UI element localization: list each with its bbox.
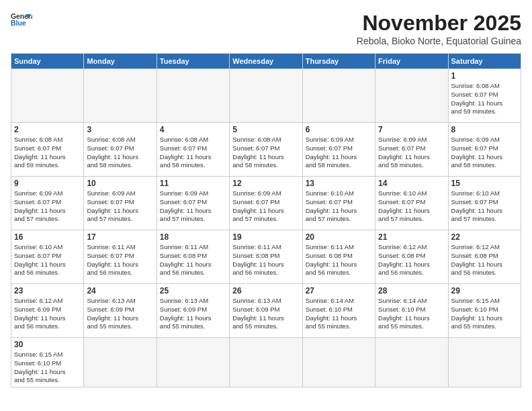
day-info: Sunrise: 6:09 AM Sunset: 6:07 PM Dayligh… — [160, 189, 226, 224]
calendar-cell: 29Sunrise: 6:15 AM Sunset: 6:10 PM Dayli… — [448, 284, 521, 338]
calendar-cell: 16Sunrise: 6:10 AM Sunset: 6:07 PM Dayli… — [11, 230, 84, 284]
day-number: 20 — [306, 232, 372, 242]
calendar-cell: 19Sunrise: 6:11 AM Sunset: 6:08 PM Dayli… — [230, 230, 302, 284]
calendar-cell: 25Sunrise: 6:13 AM Sunset: 6:09 PM Dayli… — [157, 284, 229, 338]
svg-text:Blue: Blue — [11, 19, 26, 27]
day-number: 22 — [451, 232, 518, 242]
calendar-cell: 3Sunrise: 6:08 AM Sunset: 6:07 PM Daylig… — [84, 123, 157, 177]
calendar-cell: 15Sunrise: 6:10 AM Sunset: 6:07 PM Dayli… — [448, 177, 521, 230]
calendar-cell: 21Sunrise: 6:12 AM Sunset: 6:08 PM Dayli… — [375, 230, 448, 284]
day-number: 7 — [378, 125, 445, 134]
day-info: Sunrise: 6:09 AM Sunset: 6:07 PM Dayligh… — [232, 189, 299, 224]
location-subtitle: Rebola, Bioko Norte, Equatorial Guinea — [357, 36, 521, 46]
day-number: 23 — [14, 286, 81, 295]
week-row-6: 30Sunrise: 6:15 AM Sunset: 6:10 PM Dayli… — [11, 338, 521, 387]
calendar-cell: 8Sunrise: 6:09 AM Sunset: 6:07 PM Daylig… — [448, 123, 521, 177]
weekday-header-saturday: Saturday — [448, 54, 521, 69]
day-info: Sunrise: 6:09 AM Sunset: 6:07 PM Dayligh… — [87, 189, 153, 224]
day-number: 10 — [87, 179, 153, 188]
calendar-cell — [375, 338, 448, 387]
calendar-cell — [84, 69, 157, 123]
day-info: Sunrise: 6:08 AM Sunset: 6:07 PM Dayligh… — [14, 136, 81, 170]
week-row-1: 1Sunrise: 6:08 AM Sunset: 6:07 PM Daylig… — [11, 69, 521, 123]
day-info: Sunrise: 6:09 AM Sunset: 6:07 PM Dayligh… — [378, 136, 445, 170]
calendar-cell: 6Sunrise: 6:09 AM Sunset: 6:07 PM Daylig… — [302, 123, 375, 177]
day-info: Sunrise: 6:10 AM Sunset: 6:07 PM Dayligh… — [306, 189, 372, 224]
day-info: Sunrise: 6:15 AM Sunset: 6:10 PM Dayligh… — [451, 297, 518, 331]
calendar-cell — [84, 338, 157, 387]
calendar-cell: 24Sunrise: 6:13 AM Sunset: 6:09 PM Dayli… — [84, 284, 157, 338]
week-row-2: 2Sunrise: 6:08 AM Sunset: 6:07 PM Daylig… — [11, 123, 521, 177]
calendar-cell: 1Sunrise: 6:08 AM Sunset: 6:07 PM Daylig… — [448, 69, 521, 123]
day-number: 3 — [87, 125, 153, 134]
day-number: 13 — [306, 179, 372, 188]
day-number: 11 — [160, 179, 226, 188]
day-info: Sunrise: 6:12 AM Sunset: 6:09 PM Dayligh… — [14, 297, 81, 331]
calendar-cell: 12Sunrise: 6:09 AM Sunset: 6:07 PM Dayli… — [230, 177, 302, 230]
day-info: Sunrise: 6:11 AM Sunset: 6:07 PM Dayligh… — [87, 243, 153, 277]
calendar-cell — [157, 69, 229, 123]
day-info: Sunrise: 6:08 AM Sunset: 6:07 PM Dayligh… — [232, 136, 299, 170]
day-info: Sunrise: 6:14 AM Sunset: 6:10 PM Dayligh… — [306, 297, 372, 331]
calendar-cell: 10Sunrise: 6:09 AM Sunset: 6:07 PM Dayli… — [84, 177, 157, 230]
weekday-header-row: SundayMondayTuesdayWednesdayThursdayFrid… — [11, 54, 521, 69]
weekday-header-friday: Friday — [375, 54, 448, 69]
day-info: Sunrise: 6:14 AM Sunset: 6:10 PM Dayligh… — [378, 297, 445, 331]
calendar-table: SundayMondayTuesdayWednesdayThursdayFrid… — [11, 53, 521, 387]
day-number: 8 — [451, 125, 518, 134]
calendar-cell: 13Sunrise: 6:10 AM Sunset: 6:07 PM Dayli… — [302, 177, 375, 230]
week-row-4: 16Sunrise: 6:10 AM Sunset: 6:07 PM Dayli… — [11, 230, 521, 284]
calendar-cell: 9Sunrise: 6:09 AM Sunset: 6:07 PM Daylig… — [11, 177, 84, 230]
day-number: 17 — [87, 232, 153, 242]
day-number: 28 — [378, 286, 445, 295]
month-title: November 2025 — [357, 11, 521, 36]
day-info: Sunrise: 6:13 AM Sunset: 6:09 PM Dayligh… — [87, 297, 153, 331]
calendar-cell: 27Sunrise: 6:14 AM Sunset: 6:10 PM Dayli… — [302, 284, 375, 338]
calendar-cell: 30Sunrise: 6:15 AM Sunset: 6:10 PM Dayli… — [11, 338, 84, 387]
calendar-cell: 28Sunrise: 6:14 AM Sunset: 6:10 PM Dayli… — [375, 284, 448, 338]
day-info: Sunrise: 6:13 AM Sunset: 6:09 PM Dayligh… — [160, 297, 226, 331]
calendar-cell: 23Sunrise: 6:12 AM Sunset: 6:09 PM Dayli… — [11, 284, 84, 338]
calendar-cell — [230, 69, 302, 123]
calendar-cell: 22Sunrise: 6:12 AM Sunset: 6:08 PM Dayli… — [448, 230, 521, 284]
day-info: Sunrise: 6:11 AM Sunset: 6:08 PM Dayligh… — [160, 243, 226, 277]
day-number: 19 — [232, 232, 299, 242]
day-number: 5 — [232, 125, 299, 134]
calendar-cell — [230, 338, 302, 387]
calendar-cell — [448, 338, 521, 387]
logo: General Blue — [11, 11, 32, 30]
day-number: 26 — [232, 286, 299, 295]
day-info: Sunrise: 6:08 AM Sunset: 6:07 PM Dayligh… — [451, 82, 518, 116]
calendar-cell: 17Sunrise: 6:11 AM Sunset: 6:07 PM Dayli… — [84, 230, 157, 284]
calendar-cell — [302, 69, 375, 123]
day-info: Sunrise: 6:09 AM Sunset: 6:07 PM Dayligh… — [14, 189, 81, 224]
day-info: Sunrise: 6:12 AM Sunset: 6:08 PM Dayligh… — [451, 243, 518, 277]
calendar-cell: 11Sunrise: 6:09 AM Sunset: 6:07 PM Dayli… — [157, 177, 229, 230]
day-number: 6 — [306, 125, 372, 134]
day-number: 1 — [451, 71, 518, 81]
day-info: Sunrise: 6:09 AM Sunset: 6:07 PM Dayligh… — [306, 136, 372, 170]
calendar-cell — [375, 69, 448, 123]
title-area: November 2025 Rebola, Bioko Norte, Equat… — [357, 11, 521, 46]
header: General Blue November 2025 Rebola, Bioko… — [11, 11, 521, 46]
day-number: 4 — [160, 125, 226, 134]
day-number: 30 — [14, 340, 81, 349]
calendar-cell: 20Sunrise: 6:11 AM Sunset: 6:08 PM Dayli… — [302, 230, 375, 284]
day-info: Sunrise: 6:08 AM Sunset: 6:07 PM Dayligh… — [160, 136, 226, 170]
day-info: Sunrise: 6:10 AM Sunset: 6:07 PM Dayligh… — [14, 243, 81, 277]
calendar-cell: 14Sunrise: 6:10 AM Sunset: 6:07 PM Dayli… — [375, 177, 448, 230]
day-info: Sunrise: 6:12 AM Sunset: 6:08 PM Dayligh… — [378, 243, 445, 277]
day-info: Sunrise: 6:13 AM Sunset: 6:09 PM Dayligh… — [232, 297, 299, 331]
day-info: Sunrise: 6:10 AM Sunset: 6:07 PM Dayligh… — [451, 189, 518, 224]
day-number: 24 — [87, 286, 153, 295]
day-number: 18 — [160, 232, 226, 242]
calendar-cell: 5Sunrise: 6:08 AM Sunset: 6:07 PM Daylig… — [230, 123, 302, 177]
day-number: 21 — [378, 232, 445, 242]
logo-icon: General Blue — [11, 11, 32, 30]
day-info: Sunrise: 6:11 AM Sunset: 6:08 PM Dayligh… — [232, 243, 299, 277]
day-number: 29 — [451, 286, 518, 295]
day-number: 25 — [160, 286, 226, 295]
day-number: 12 — [232, 179, 299, 188]
day-number: 16 — [14, 232, 81, 242]
day-info: Sunrise: 6:11 AM Sunset: 6:08 PM Dayligh… — [306, 243, 372, 277]
